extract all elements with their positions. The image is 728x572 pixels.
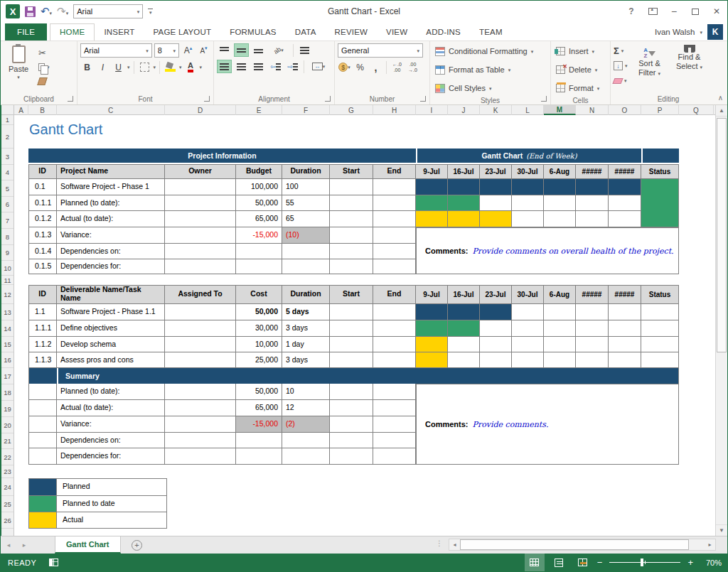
tab-home[interactable]: HOME [50, 23, 95, 41]
gantt-empty-cell[interactable] [609, 320, 641, 337]
gantt-week-header[interactable]: ##### [609, 164, 641, 179]
project-info-banner[interactable]: Project Information [28, 149, 416, 163]
table-cell[interactable]: 65,000 [236, 211, 282, 227]
gantt-week-header[interactable]: ##### [576, 164, 609, 179]
zoom-slider-handle[interactable] [641, 558, 643, 566]
gantt-week-header[interactable]: 30-Jul [512, 164, 544, 179]
align-bottom-button[interactable] [251, 43, 266, 57]
column-header-A[interactable]: A [14, 105, 28, 115]
find-select-button[interactable]: Find & Select [672, 43, 707, 93]
align-left-button[interactable] [217, 60, 232, 73]
bold-button[interactable]: B [80, 60, 94, 74]
table-cell[interactable]: 0.1.3 [28, 227, 57, 244]
row-header-4[interactable]: 4 [1, 165, 14, 180]
column-header-C[interactable]: C [57, 105, 165, 115]
zoom-out-button[interactable]: − [597, 558, 603, 567]
table-cell[interactable] [236, 244, 282, 259]
sheet-nav-left-icon[interactable] [1, 536, 16, 554]
table-cell[interactable] [236, 448, 282, 465]
gantt-empty-cell[interactable] [448, 337, 480, 352]
row-header-14[interactable]: 14 [1, 320, 14, 337]
font-name-combo[interactable]: Arial [80, 43, 152, 58]
fill-button[interactable] [614, 60, 628, 72]
gantt-bar-cell[interactable] [609, 179, 641, 195]
table-cell[interactable]: 65 [282, 211, 330, 227]
tab-splitter-handle[interactable]: ⋮ [436, 539, 443, 547]
alignment-dialog-launcher[interactable] [325, 96, 331, 102]
gantt-empty-cell[interactable] [609, 195, 641, 211]
gantt-bar-cell[interactable] [448, 304, 480, 320]
table-cell[interactable]: (10) [282, 227, 330, 244]
fill-color-button[interactable] [164, 60, 177, 74]
table-cell[interactable] [330, 416, 373, 433]
table-cell[interactable] [165, 244, 236, 259]
zoom-in-button[interactable]: + [687, 558, 693, 567]
table-col-header[interactable]: Duration [282, 285, 330, 304]
format-cells-button[interactable]: Format [554, 80, 601, 96]
table-cell[interactable] [330, 304, 373, 320]
table-cell[interactable]: Assess pros and cons [57, 352, 165, 368]
table-cell[interactable] [282, 433, 330, 448]
table-cell[interactable] [236, 433, 282, 448]
gantt-empty-cell[interactable] [512, 337, 544, 352]
table-cell[interactable] [28, 416, 57, 433]
legend-label[interactable]: Planned to date [57, 496, 167, 512]
sheet-nav-right-icon[interactable] [16, 536, 32, 554]
gantt-empty-cell[interactable] [609, 352, 641, 368]
decrease-indent-button[interactable]: ⇦ [268, 60, 283, 73]
align-middle-button[interactable] [234, 43, 249, 57]
gantt-empty-cell[interactable] [576, 195, 609, 211]
table-cell[interactable]: Planned (to date): [57, 195, 165, 211]
fill-color-dropdown-icon[interactable] [179, 65, 182, 70]
table-cell[interactable] [165, 227, 236, 244]
table-col-header[interactable]: Deliverable Name/Task Name [57, 285, 165, 304]
status-banner[interactable] [643, 149, 679, 163]
table-cell[interactable] [236, 259, 282, 274]
customize-qat-button[interactable] [148, 9, 153, 15]
row-header-22[interactable]: 22 [1, 449, 14, 465]
gantt-empty-cell[interactable] [576, 337, 609, 352]
table-cell[interactable]: Dependencies on: [57, 433, 165, 448]
table-cell[interactable]: 1.1 [28, 304, 57, 320]
gantt-chart-banner[interactable]: Gantt Chart(End of Week) [417, 149, 641, 163]
table-cell[interactable]: 0.1.2 [28, 211, 57, 227]
row-header-5[interactable]: 5 [1, 180, 14, 197]
gantt-week-header[interactable]: 23-Jul [480, 164, 512, 179]
maximize-button[interactable] [685, 3, 706, 20]
table-cell[interactable] [28, 433, 57, 448]
table-cell[interactable] [330, 227, 373, 244]
clear-button[interactable] [614, 75, 628, 87]
table-cell[interactable]: 0.1.5 [28, 259, 57, 274]
zoom-slider[interactable] [609, 562, 680, 563]
gantt-empty-cell[interactable] [544, 211, 576, 227]
table-cell[interactable] [282, 448, 330, 465]
table-cell[interactable]: 5 days [282, 304, 330, 320]
status-col-header[interactable]: Status [641, 164, 679, 179]
table-col-header[interactable]: End [373, 285, 416, 304]
table-cell[interactable] [373, 195, 416, 211]
table-cell[interactable]: 1.1.1 [28, 320, 57, 337]
table-cell[interactable]: 0.1.1 [28, 195, 57, 211]
gantt-empty-cell[interactable] [480, 352, 512, 368]
table-col-header[interactable]: Owner [165, 164, 236, 179]
table-cell[interactable]: 100 [282, 179, 330, 195]
table-cell[interactable]: Variance: [57, 416, 165, 433]
underline-dropdown-icon[interactable] [127, 65, 130, 70]
macro-record-icon[interactable] [49, 558, 58, 566]
grow-font-button[interactable]: A [181, 44, 195, 58]
merge-center-button[interactable] [308, 60, 329, 73]
row-header-11[interactable]: 11 [1, 276, 14, 285]
column-header-N[interactable]: N [576, 105, 609, 115]
comments-cell[interactable]: Comments:Provide comments. [416, 384, 679, 465]
scroll-right-icon[interactable] [705, 539, 715, 550]
shrink-font-button[interactable]: A [197, 44, 210, 58]
page-break-view-button[interactable] [573, 554, 593, 571]
table-cell[interactable] [165, 320, 236, 337]
conditional-formatting-button[interactable]: Conditional Formatting [433, 43, 535, 59]
column-header-B[interactable]: B [28, 105, 57, 115]
table-cell[interactable] [373, 211, 416, 227]
legend-swatch-planned_to_date[interactable] [28, 496, 57, 512]
table-cell[interactable]: Actual (to date): [57, 211, 165, 227]
paste-button[interactable]: Paste [4, 43, 33, 93]
gantt-empty-cell[interactable] [544, 352, 576, 368]
